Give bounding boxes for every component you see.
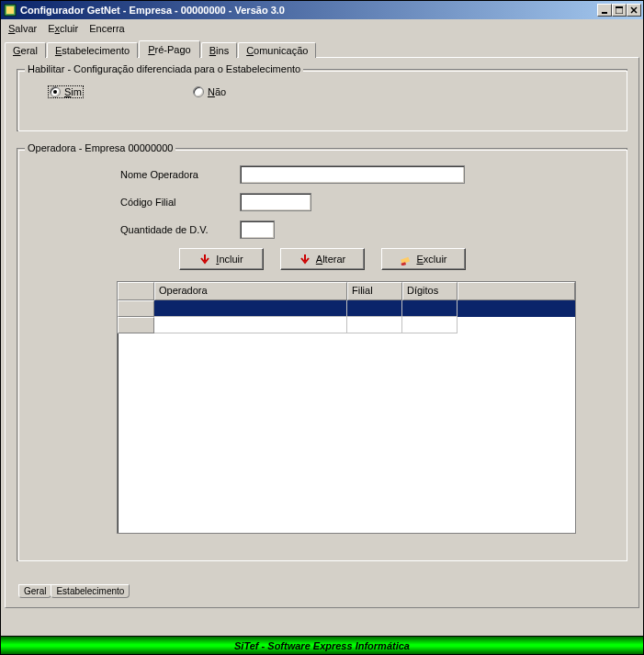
label-codigo-filial: Código Filial xyxy=(120,197,240,208)
status-text: SiTef - Software Express Informática xyxy=(234,640,410,651)
svg-rect-4 xyxy=(616,6,623,8)
eraser-icon xyxy=(399,253,412,265)
tab-estabelecimento[interactable]: Estabelecimento xyxy=(47,42,138,58)
bottom-tabs: Geral Estabelecimento xyxy=(18,584,129,598)
top-tabs: Geral Estabelecimento Pré-Pago Bins Comu… xyxy=(5,40,639,57)
alterar-button[interactable]: Alterar xyxy=(280,248,365,270)
radio-dot-icon xyxy=(50,86,61,97)
minimize-button[interactable] xyxy=(597,4,612,17)
label-nome-operadora: Nome Operadora xyxy=(120,169,240,180)
tab-prepago[interactable]: Pré-Pago xyxy=(139,40,199,58)
input-nome-operadora[interactable] xyxy=(240,165,465,184)
column-header-spacer xyxy=(458,282,575,300)
column-header-operadora[interactable]: Operadora xyxy=(154,282,347,300)
tab-panel-prepago: Habilitar - Configuração diferenciada pa… xyxy=(5,57,639,608)
title-bar: Configurador GetNet - Empresa - 00000000… xyxy=(1,1,643,19)
radio-nao[interactable]: Não xyxy=(193,86,226,97)
tab-comunicacao[interactable]: Comunicação xyxy=(238,42,316,58)
menu-salvar[interactable]: Salvar xyxy=(3,21,42,36)
maximize-button[interactable] xyxy=(612,4,627,17)
label-qtd-dv: Quantidade de D.V. xyxy=(120,224,240,235)
column-header-digitos[interactable]: Dígitos xyxy=(402,282,458,300)
app-window: Configurador GetNet - Empresa - 00000000… xyxy=(0,0,644,655)
table-row[interactable] xyxy=(118,317,575,333)
column-header-filial[interactable]: Filial xyxy=(347,282,402,300)
radio-dot-icon xyxy=(193,86,204,97)
svg-rect-2 xyxy=(602,12,607,14)
svg-rect-1 xyxy=(6,6,14,14)
close-button[interactable] xyxy=(627,4,641,17)
table-row[interactable] xyxy=(118,300,575,317)
column-header-handle[interactable] xyxy=(118,282,154,300)
groupbox-habilitar-legend: Habilitar - Configuração diferenciada pa… xyxy=(25,63,303,74)
window-title: Configurador GetNet - Empresa - 00000000… xyxy=(20,5,597,16)
subtab-geral[interactable]: Geral xyxy=(18,584,51,598)
status-bar: SiTef - Software Express Informática xyxy=(1,636,643,654)
input-codigo-filial[interactable] xyxy=(240,193,311,211)
subtab-estabelecimento[interactable]: Estabelecimento xyxy=(51,584,130,598)
tab-bins[interactable]: Bins xyxy=(201,42,237,58)
operadora-table[interactable]: Operadora Filial Dígitos xyxy=(117,281,576,534)
excluir-button[interactable]: Excluir xyxy=(381,248,466,270)
input-qtd-dv[interactable] xyxy=(240,220,275,239)
menu-bar: Salvar Excluir Encerra xyxy=(1,19,643,38)
menu-encerra[interactable]: Encerra xyxy=(84,21,130,36)
groupbox-operadora-legend: Operadora - Empresa 00000000 xyxy=(25,142,175,153)
radio-sim[interactable]: Sim xyxy=(49,86,83,97)
tab-geral[interactable]: Geral xyxy=(5,42,46,58)
arrow-down-icon xyxy=(198,253,211,265)
arrow-down-icon xyxy=(299,253,311,265)
groupbox-operadora: Operadora - Empresa 00000000 Nome Operad… xyxy=(17,148,627,561)
incluir-button[interactable]: Incluir xyxy=(179,248,264,270)
groupbox-habilitar: Habilitar - Configuração diferenciada pa… xyxy=(17,69,627,131)
app-icon xyxy=(3,3,17,17)
menu-excluir[interactable]: Excluir xyxy=(42,21,84,36)
